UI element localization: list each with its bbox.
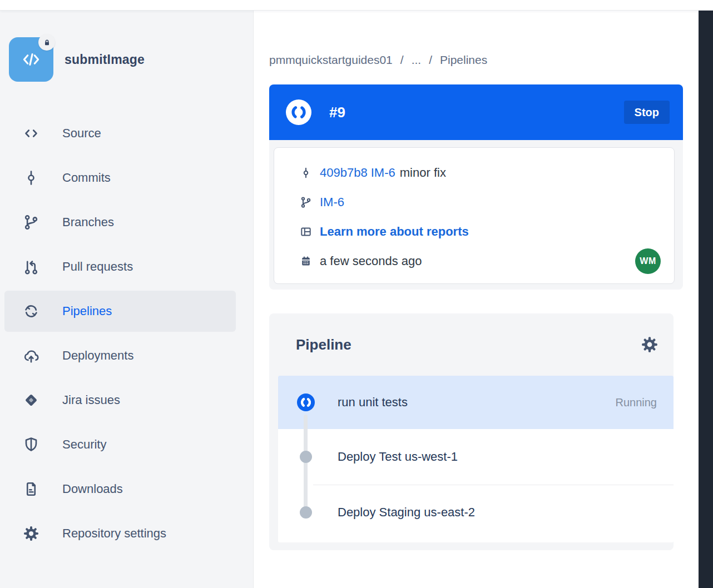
step-running-spinner-icon <box>297 393 315 411</box>
sidebar-item-label: Repository settings <box>62 526 166 541</box>
calendar-icon <box>299 255 313 267</box>
pipeline-panel: Pipeline run unit tests Running Deploy T… <box>269 313 674 550</box>
pipeline-run-body: 409b7b8 IM-6 minor fix IM-6 Learn more a… <box>269 140 683 290</box>
sidebar-item-label: Source <box>62 126 101 141</box>
branch-link[interactable]: IM-6 <box>320 195 344 210</box>
shield-icon <box>22 436 40 454</box>
gear-icon <box>641 336 658 353</box>
pipeline-step-row[interactable]: Deploy Test us-west-1 <box>278 429 674 485</box>
step-label: run unit tests <box>338 395 408 410</box>
commit-icon <box>22 169 40 187</box>
step-label: Deploy Test us-west-1 <box>338 450 458 464</box>
sidebar-item-label: Security <box>62 437 106 452</box>
pipeline-panel-header: Pipeline <box>269 313 674 353</box>
sidebar-item-commits[interactable]: Commits <box>0 156 254 200</box>
sidebar-item-label: Branches <box>62 215 114 230</box>
step-divider <box>313 485 674 485</box>
pull-request-icon <box>22 258 40 276</box>
sidebar-item-downloads[interactable]: Downloads <box>0 467 254 511</box>
pipeline-step-row[interactable]: Deploy Staging us-east-2 <box>278 485 674 540</box>
sidebar-item-branches[interactable]: Branches <box>0 200 254 245</box>
report-layout-icon <box>299 226 313 238</box>
sidebar-item-source[interactable]: Source <box>0 111 254 156</box>
sidebar-nav: Source Commits Branches Pull requests <box>0 111 254 556</box>
commit-row: 409b7b8 IM-6 minor fix <box>299 158 661 187</box>
pipelines-icon <box>22 302 40 320</box>
repo-header-link[interactable]: submitImage <box>9 37 145 82</box>
author-avatar[interactable]: WM <box>635 248 661 274</box>
sidebar-item-label: Pipelines <box>62 304 112 318</box>
breadcrumb-separator: / <box>400 53 404 67</box>
sidebar-item-label: Commits <box>62 171 111 185</box>
gear-icon <box>22 525 40 542</box>
sidebar: submitImage Source Commits Branches <box>0 11 254 588</box>
sidebar-item-repository-settings[interactable]: Repository settings <box>0 511 254 556</box>
run-time: a few seconds ago <box>320 254 422 268</box>
main-content: pmmquickstartguides01 / ... / Pipelines … <box>254 11 699 588</box>
branch-icon <box>22 213 40 231</box>
repo-title: submitImage <box>65 52 145 67</box>
branch-icon <box>299 196 313 208</box>
commit-icon <box>299 167 313 179</box>
step-pending-dot-icon <box>297 506 315 519</box>
learn-more-reports-link[interactable]: Learn more about reports <box>320 225 469 239</box>
pipeline-steps-list: run unit tests Running Deploy Test us-we… <box>278 376 674 542</box>
pipeline-step-row[interactable]: run unit tests Running <box>278 376 674 429</box>
pipeline-run-summary: #9 Stop 409b7b8 IM-6 minor fix IM-6 <box>269 84 683 290</box>
sidebar-item-pipelines[interactable]: Pipelines <box>4 291 236 332</box>
pipeline-run-number: #9 <box>329 104 345 121</box>
sidebar-item-pull-requests[interactable]: Pull requests <box>0 245 254 289</box>
sidebar-item-security[interactable]: Security <box>0 422 254 467</box>
breadcrumb-repo-link[interactable]: pmmquickstartguides01 <box>269 53 393 67</box>
sidebar-item-label: Downloads <box>62 482 123 496</box>
private-repo-badge <box>38 34 55 51</box>
sidebar-item-label: Jira issues <box>62 393 120 407</box>
sidebar-item-label: Deployments <box>62 348 133 363</box>
commit-hash-link[interactable]: 409b7b8 IM-6 <box>320 166 395 180</box>
step-status-text: Running <box>615 396 657 409</box>
commit-info-card: 409b7b8 IM-6 minor fix IM-6 Learn more a… <box>274 147 675 284</box>
code-icon <box>19 48 43 71</box>
document-icon <box>22 480 40 498</box>
in-progress-spinner-icon <box>286 99 311 125</box>
lock-icon <box>43 38 51 47</box>
code-icon <box>22 124 40 142</box>
pipeline-panel-title: Pipeline <box>296 336 351 353</box>
sidebar-item-label: Pull requests <box>62 260 133 274</box>
breadcrumb-separator: / <box>429 53 432 67</box>
step-label: Deploy Staging us-east-2 <box>338 505 475 520</box>
reports-row: Learn more about reports <box>299 217 661 246</box>
branch-row: IM-6 <box>299 187 661 217</box>
pipeline-run-header: #9 Stop <box>269 84 683 140</box>
breadcrumb-ellipsis-button[interactable]: ... <box>412 53 422 67</box>
breadcrumb-current-page: Pipelines <box>440 53 487 67</box>
step-pending-dot-icon <box>297 451 315 463</box>
sidebar-item-jira-issues[interactable]: Jira issues <box>0 378 254 422</box>
breadcrumb: pmmquickstartguides01 / ... / Pipelines <box>269 53 487 67</box>
sidebar-item-deployments[interactable]: Deployments <box>0 333 254 378</box>
time-row: a few seconds ago WM <box>299 246 661 276</box>
right-dark-rail <box>699 11 713 588</box>
pipeline-settings-button[interactable] <box>641 336 658 353</box>
cloud-upload-icon <box>22 347 40 365</box>
stop-button[interactable]: Stop <box>624 101 670 124</box>
top-divider-bar <box>0 0 713 11</box>
commit-message: minor fix <box>400 166 446 180</box>
jira-icon <box>22 391 40 409</box>
